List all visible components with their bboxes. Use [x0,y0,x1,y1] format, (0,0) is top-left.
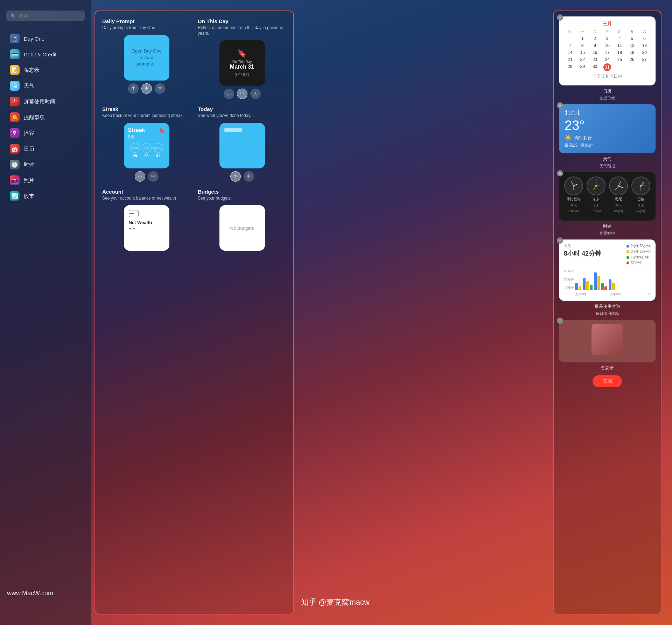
daily-prompt-title: Daily Prompt [102,18,191,24]
st-y-labels: 60分钟 30分钟 0分钟 [564,269,574,290]
screentime-remove-btn[interactable]: − [557,237,563,244]
st-dot-2 [626,250,629,253]
streak-day-circle-mon: Mon [130,143,140,153]
sidebar-item-reminders[interactable]: 🔔提醒事项 [3,110,88,125]
daily-prompt-preview[interactable]: Open Day One to load prompts... [124,35,169,81]
sidebar-item-stocks[interactable]: 📈股市 [3,188,88,204]
account-preview[interactable]: Net Wealth --/-- [124,205,169,251]
screentime-wrapper: − 今天 8小时 42分钟 2小时53分钟 2小时52分钟 [559,239,656,320]
streak-count: 0天 [128,134,165,140]
on-this-day-title: On This Day [198,18,286,24]
sidebar-item-podcast[interactable]: 🎙播客 [3,125,88,141]
weather-icon: 🌤 [10,81,20,91]
right-panel: − 三月 日 一 二 三 四 五 六 1 2 3 4 5 6 7 [553,11,662,614]
weather-remove-btn[interactable]: − [557,102,563,109]
clocks-row: 库比提诺 今天 -15小时 东京 今天 +1小时 [562,176,652,214]
today-sizes: 小 中 [198,171,286,182]
streak-day-mon: Mon 29 [130,143,140,158]
sidebar-item-day-one[interactable]: 📓Day One [3,31,88,46]
screentime-label: 屏幕使用时间 [559,304,656,310]
st-dot-4 [626,262,629,264]
weather-city: 北京市 [565,109,650,117]
on-this-day-label-w: On This Day [232,60,252,64]
calendar-label: 日历 [559,88,656,94]
calendar-headers: 日 一 二 三 四 五 六 [564,29,651,34]
size-small-daily[interactable]: 小 [128,83,139,94]
today-preview[interactable] [219,123,265,168]
st-legend-label-4: 32分钟 [631,261,642,265]
bar-g2 [583,278,593,290]
svg-point-11 [595,185,597,187]
streak-preview[interactable]: 🔖 Streak 0天 Mon 29 Tue 30 Wed 31 [124,123,169,168]
podcast-label: 播客 [24,130,34,137]
size-small-otd[interactable]: 小 [224,89,234,99]
cal-header-thu: 四 [614,29,626,34]
calendar-remove-btn[interactable]: − [557,14,563,21]
st-x-9am: 上午9时 [610,292,621,297]
svg-point-16 [618,185,620,187]
clock-label: 时钟 [24,161,34,168]
size-large-daily[interactable]: 大 [155,83,165,94]
streak-day-wed: Wed 31 [153,143,163,158]
st-bars-col: 上午3时 上午9时 下午 [575,269,651,297]
sidebar-item-notes[interactable]: 📝备忘录 [3,62,88,78]
net-wealth-label: Net Wealth [129,220,152,225]
st-legend-label-2: 2小时52分钟 [631,249,651,254]
widget-card-streak: Streak Keep track of your current journa… [102,106,191,182]
size-medium-otd[interactable]: 中 [237,89,247,99]
done-button[interactable]: 完成 [593,375,622,387]
clock-svg-paris [631,176,650,195]
clock-item-tokyo: 东京 今天 +1小时 [587,176,606,214]
st-legend-1: 2小时53分钟 [626,244,651,249]
search-input[interactable] [19,13,80,19]
st-total-time: 8小时 42分钟 [564,249,601,258]
clock-day-cupertino: 今天 [570,203,577,208]
sidebar-item-screentime[interactable]: ⏱屏幕使用时间 [3,94,88,109]
widget-card-today: Today See what you've done today. 小 中 [198,106,286,182]
memo-label: 备忘录 [559,365,656,371]
widget-card-account: Account See your account balance or net … [102,189,191,254]
st-time-label: 今天 [564,244,601,249]
size-small-streak[interactable]: 小 [135,171,145,182]
clock-city-paris: 巴黎 [637,197,644,202]
size-medium-daily[interactable]: 中 [141,83,152,94]
sidebar-item-weather[interactable]: 🌤天气 [3,78,88,93]
budgets-desc: See your budgets [198,196,286,201]
sidebar-item-debit-credit[interactable]: 💳Debit & Credit [3,47,88,62]
sidebar-item-calendar[interactable]: 📅日历 [3,141,88,157]
cal-today: 31 [603,63,611,71]
weather-condition: 晴间多云 [574,135,592,141]
sidebar-item-photos[interactable]: 📷照片 [3,173,88,188]
streak-day-circle-tue: Tue [142,143,152,153]
st-time-col: 今天 8小时 42分钟 [564,244,601,258]
budgets-preview[interactable]: No Budgets [219,205,265,251]
bar-2a [583,278,586,290]
search-icon: 🔍 [10,13,16,19]
clock-day-tokyo: 今天 [593,203,599,208]
size-medium-streak[interactable]: 中 [148,171,159,182]
size-large-otd[interactable]: 大 [250,89,261,99]
size-small-today[interactable]: 小 [230,171,241,182]
svg-point-21 [640,185,642,187]
bar-2b [586,281,589,290]
sidebar-item-clock[interactable]: 🕐时钟 [3,157,88,172]
bar-g3 [594,272,607,290]
svg-point-6 [573,185,575,187]
clock-item-paris: 巴黎 今天 -6小时 [631,176,650,214]
bar-2c [590,285,593,290]
bar-3c [601,283,604,290]
st-x-3am: 上午3时 [575,292,586,297]
clock-remove-btn[interactable]: − [557,170,563,176]
clock-widget: 库比提诺 今天 -15小时 东京 今天 +1小时 [559,172,656,221]
st-legend-2: 2小时52分钟 [626,249,651,254]
bar-3a [594,272,597,290]
streak-title: Streak [102,106,191,112]
podcast-icon: 🎙 [10,128,20,138]
on-this-day-count: 0 个条目 [234,72,249,77]
size-medium-today[interactable]: 中 [244,171,254,182]
on-this-day-preview[interactable]: 🔖 On This Day March 31 0 个条目 [219,40,265,86]
memo-remove-btn[interactable]: − [557,318,563,324]
reminders-label: 提醒事项 [24,114,45,121]
widget-section-2: Streak Keep track of your current journa… [102,106,286,182]
search-bar[interactable]: 🔍 [6,11,85,21]
